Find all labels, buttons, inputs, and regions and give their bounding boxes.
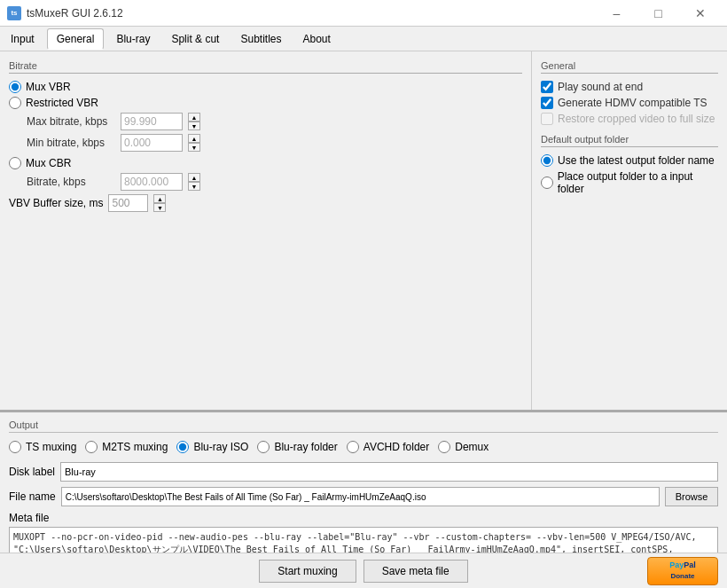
maximize-button[interactable]: □ [638,0,678,27]
disk-label-text: Disk label [9,466,55,478]
menu-item-about[interactable]: About [293,29,339,49]
mux-cbr-label: Mux CBR [26,157,71,169]
close-button[interactable]: ✕ [680,0,720,27]
start-muxing-button[interactable]: Start muxing [259,560,356,583]
menu-item-input[interactable]: Input [2,29,43,49]
demux-radio[interactable] [438,441,450,453]
min-bitrate-label: Min bitrate, kbps [27,137,115,149]
mux-vbr-label: Mux VBR [26,81,71,93]
avchd-folder-row: AVCHD folder [347,441,429,453]
vbv-up[interactable]: ▲ [153,194,166,203]
file-name-label: File name [9,490,56,503]
latest-folder-radio[interactable] [541,154,553,167]
menu-item-splitcut[interactable]: Split & cut [162,29,228,49]
bluray-folder-radio[interactable] [257,441,270,453]
bitrate-section: Bitrate Mux VBR Restricted VBR Max bitra… [9,60,522,212]
hdmv-label: Generate HDMV compatible TS [558,97,707,109]
bluray-iso-label: Blu-ray ISO [193,441,248,453]
restricted-vbr-radio[interactable] [9,97,21,109]
app-icon: ts [7,6,21,20]
latest-folder-label: Use the latest output folder name [558,154,715,167]
right-panel: General Play sound at end Generate HDMV … [532,51,727,410]
file-name-row: File name Browse [9,487,718,506]
restricted-vbr-label: Restricted VBR [26,97,98,109]
cbr-bitrate-input[interactable] [121,173,183,191]
paypal-container: PayPal Donate [468,557,718,585]
restore-checkbox[interactable] [541,113,553,125]
mux-vbr-radio[interactable] [9,81,21,93]
mux-cbr-row: Mux CBR [9,157,522,169]
disk-label-row: Disk label [9,462,718,482]
left-panel: Bitrate Mux VBR Restricted VBR Max bitra… [0,51,532,410]
default-folder-section: Default output folder Use the latest out… [541,134,718,195]
max-bitrate-down[interactable]: ▼ [188,122,200,130]
mux-vbr-row: Mux VBR [9,81,522,93]
avchd-folder-radio[interactable] [347,441,359,453]
m2ts-muxing-radio[interactable] [85,441,98,453]
cbr-bitrate-row: Bitrate, kbps ▲ ▼ [27,173,522,191]
max-bitrate-input[interactable] [121,113,183,130]
vbv-label: VBV Buffer size, ms [9,197,103,209]
hdmv-checkbox[interactable] [541,97,553,109]
input-folder-row: Place output folder to a input folder [541,170,718,195]
ts-muxing-row: TS muxing [9,441,76,453]
vbv-row: VBV Buffer size, ms ▲ ▼ [9,194,522,212]
input-folder-label: Place output folder to a input folder [558,170,718,195]
meta-file-label: Meta file [9,512,718,524]
vbv-down[interactable]: ▼ [153,203,166,212]
window-controls: – □ ✕ [597,0,720,27]
min-bitrate-down[interactable]: ▼ [188,143,200,152]
disk-label-input[interactable] [60,462,718,482]
min-bitrate-input[interactable] [121,134,183,152]
cbr-bitrate-label: Bitrate, kbps [27,176,115,188]
main-content: Bitrate Mux VBR Restricted VBR Max bitra… [0,51,727,411]
mux-cbr-radio[interactable] [9,157,21,169]
max-bitrate-spinner: ▲ ▼ [188,113,200,130]
action-bar: Start muxing Save meta file PayPal Donat… [0,553,727,588]
default-folder-label: Default output folder [541,134,718,147]
cbr-bitrate-up[interactable]: ▲ [188,173,200,182]
vbv-input[interactable] [108,194,148,212]
app-title: tsMuxeR GUI 2.6.12 [27,7,123,20]
titlebar: ts tsMuxeR GUI 2.6.12 – □ ✕ [0,0,727,27]
save-meta-button[interactable]: Save meta file [364,560,468,583]
min-bitrate-row: Min bitrate, kbps ▲ ▼ [27,134,522,152]
general-section-label: General [541,60,718,74]
restore-label: Restore cropped video to full size [558,113,715,125]
menubar: Input General Blu-ray Split & cut Subtit… [0,27,727,51]
bluray-iso-row: Blu-ray ISO [176,441,248,453]
max-bitrate-up[interactable]: ▲ [188,113,200,122]
input-folder-radio[interactable] [541,176,553,189]
restricted-vbr-row: Restricted VBR [9,97,522,109]
demux-label: Demux [455,441,489,453]
menu-item-bluray[interactable]: Blu-ray [107,29,159,49]
cbr-bitrate-spinner: ▲ ▼ [188,173,200,191]
file-name-input[interactable] [61,487,660,506]
titlebar-left: ts tsMuxeR GUI 2.6.12 [7,6,123,20]
output-type-row: TS muxing M2TS muxing Blu-ray ISO Blu-ra… [9,437,718,457]
latest-folder-row: Use the latest output folder name [541,154,718,167]
bluray-iso-radio[interactable] [176,441,189,453]
vbv-spinner: ▲ ▼ [153,194,166,212]
bitrate-section-label: Bitrate [9,60,522,74]
play-sound-checkbox[interactable] [541,81,553,93]
m2ts-muxing-label: M2TS muxing [102,441,168,453]
demux-row: Demux [438,441,489,453]
ts-muxing-radio[interactable] [9,441,21,453]
minimize-button[interactable]: – [597,0,637,27]
menu-item-subtitles[interactable]: Subtitles [231,29,290,49]
menu-item-general[interactable]: General [47,28,105,50]
paypal-button[interactable]: PayPal Donate [647,557,718,585]
cbr-bitrate-down[interactable]: ▼ [188,182,200,191]
output-section-label: Output [9,419,718,433]
ts-muxing-label: TS muxing [26,441,76,453]
action-buttons: Start muxing Save meta file [259,560,467,583]
min-bitrate-spinner: ▲ ▼ [188,134,200,152]
m2ts-muxing-row: M2TS muxing [85,441,168,453]
min-bitrate-up[interactable]: ▲ [188,134,200,143]
browse-button[interactable]: Browse [665,487,718,506]
max-bitrate-label: Max bitrate, kbps [27,115,115,128]
avchd-folder-label: AVCHD folder [364,441,429,453]
play-sound-label: Play sound at end [558,81,643,93]
restore-row: Restore cropped video to full size [541,113,718,125]
